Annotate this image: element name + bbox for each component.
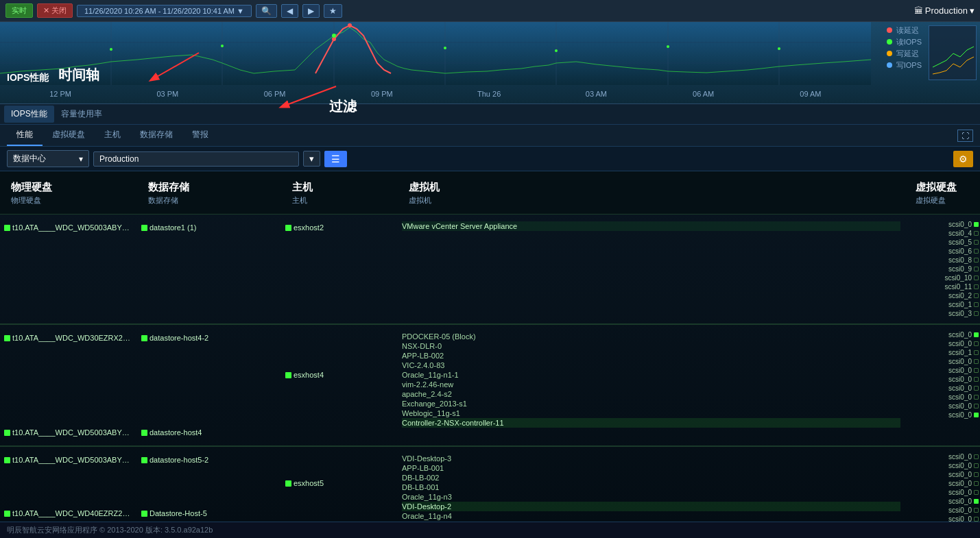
vdisk-subheader: 虚拟硬盘 [910, 195, 975, 208]
search-button[interactable]: 🔍 [256, 4, 277, 18]
legend-write-latency[interactable]: 写延迟 [887, 49, 922, 59]
time-range-button[interactable]: 11/26/2020 10:26 AM - 11/26/2020 10:41 A… [77, 5, 252, 17]
vdisk-scsi0-4[interactable]: scsi0_4 [906, 229, 979, 238]
svg-point-15 [332, 34, 336, 38]
section1-ds-0[interactable]: datastore-host4-2 [141, 332, 277, 344]
search-icon: 🔍 [261, 6, 272, 16]
s2-vdisk-0[interactable]: scsi0_0 [906, 452, 979, 461]
s1-vdisk-1[interactable]: scsi0_0 [906, 339, 979, 348]
section2-ds-1[interactable]: Datastore-Host-5 [141, 507, 277, 519]
sub-tab-capacity[interactable]: 容量使用率 [54, 106, 109, 123]
vdisk-scsi0-3[interactable]: scsi0_3 [906, 309, 979, 318]
section2-vm-1[interactable]: APP-LB-001 [402, 463, 900, 473]
timeline-chart[interactable] [0, 22, 871, 85]
s1-vdisk-4[interactable]: scsi0_0 [906, 366, 979, 375]
tab-alerts[interactable]: 警报 [182, 125, 218, 146]
vdisk-scsi0-0[interactable]: scsi0_0 [906, 220, 979, 229]
time-label-1: 03 PM [114, 90, 221, 98]
section1-vm-4[interactable]: Oracle_11g-n1-1 [402, 370, 900, 380]
close-button[interactable]: ✕ 关闭 [37, 3, 73, 18]
filter-dropdown-button[interactable]: ▾ [303, 151, 320, 167]
section1-vm-2[interactable]: APP-LB-002 [402, 351, 900, 360]
vdisk-scsi0-9[interactable]: scsi0_9 [906, 265, 979, 273]
section1-vdisks: scsi0_0 scsi0_0 scsi0_1 scsi0_0 scsi0_0 … [905, 328, 980, 422]
next-button[interactable]: ▶ [302, 4, 320, 18]
s2-vdisk-6[interactable]: scsi0_0 [906, 506, 979, 515]
section0-vdisks: scsi0_0 scsi0_4 scsi0_5 scsi0_6 scsi0_8 … [905, 217, 980, 321]
building-icon: 🏛 [914, 5, 923, 16]
green-dot [285, 225, 291, 231]
s2-vdisk-5[interactable]: scsi0_0 [906, 497, 979, 506]
section1-vm-5[interactable]: vim-2.2.46-new [402, 380, 900, 389]
tab-datastore[interactable]: 数据存储 [130, 125, 182, 146]
vdisk-scsi0-2[interactable]: scsi0_2 [906, 291, 979, 300]
filter-list-button[interactable]: ☰ [324, 151, 347, 167]
phys-disk-header-cell: 物理硬盘 物理硬盘 [0, 174, 137, 211]
time-label-7: 09 AM [757, 90, 864, 98]
s2-vdisk-7[interactable]: scsi0_0 [906, 515, 979, 522]
section1-vm-3[interactable]: VIC-2.4.0-83 [402, 360, 900, 370]
section2-vm-6[interactable]: Oracle_11g-n4 [402, 511, 900, 521]
section2-host-0[interactable]: esxhost5 [285, 477, 394, 489]
section1-vm-8[interactable]: Weblogic_11g-s1 [402, 408, 900, 418]
s1-vdisk-3[interactable]: scsi0_0 [906, 357, 979, 366]
s1-vdisk-6[interactable]: scsi0_0 [906, 384, 979, 393]
section0-vm-0[interactable]: VMware vCenter Server Appliance [402, 221, 900, 231]
section1-host-0[interactable]: esxhost4 [285, 369, 394, 381]
section2-vm-4[interactable]: Oracle_11g-n3 [402, 492, 900, 502]
section0-ds-0[interactable]: datastore1 (1) [141, 221, 277, 234]
prev-button[interactable]: ◀ [281, 4, 298, 18]
vdisk-scsi0-1[interactable]: scsi0_1 [906, 300, 979, 309]
s2-vdisk-3[interactable]: scsi0_0 [906, 479, 979, 488]
s1-vdisk-8[interactable]: scsi0_0 [906, 402, 979, 411]
s2-vdisk-4[interactable]: scsi0_0 [906, 488, 979, 497]
section2-vm-2[interactable]: DB-LB-002 [402, 473, 900, 482]
legend-write-iops[interactable]: 写IOPS [887, 60, 922, 71]
section1-ds-1[interactable]: datastore-host4 [141, 426, 277, 439]
section1-phys-disk-0[interactable]: t10.ATA____WDC_WD30EZRX2D00D8PB0____... [4, 332, 133, 344]
settings-button[interactable]: ⚙ [953, 151, 973, 167]
section0-phys-disk-0[interactable]: t10.ATA____WDC_WD5003ABYX2D18WERA0____..… [4, 221, 133, 234]
s1-vdisk-9[interactable]: scsi0_0 [906, 411, 979, 419]
s1-vdisk-7[interactable]: scsi0_0 [906, 393, 979, 402]
vdisk-scsi0-5[interactable]: scsi0_5 [906, 238, 979, 247]
vdisk-scsi0-10[interactable]: scsi0_10 [906, 273, 979, 282]
section1-vm-6[interactable]: apache_2.4-s2 [402, 389, 900, 399]
s1-vdisk-5[interactable]: scsi0_0 [906, 375, 979, 384]
section1-vm-7[interactable]: Exchange_2013-s1 [402, 399, 900, 408]
section1-vm-1[interactable]: NSX-DLR-0 [402, 341, 900, 351]
tab-performance[interactable]: 性能 [7, 125, 43, 146]
legend-read-latency[interactable]: 读延迟 [887, 25, 922, 36]
production-input[interactable] [93, 151, 299, 167]
legend-read-iops[interactable]: 读IOPS [887, 37, 922, 47]
vdisk-scsi0-11[interactable]: scsi0_11 [906, 282, 979, 291]
production-button[interactable]: 🏛 Production ▾ [914, 5, 975, 16]
section2-vm-0[interactable]: VDI-Desktop-3 [402, 454, 900, 463]
vdisk-scsi0-8[interactable]: scsi0_8 [906, 256, 979, 265]
realtime-button[interactable]: 实时 [5, 3, 33, 18]
sub-tabs-row: IOPS性能 容量使用率 [0, 104, 980, 125]
s1-vdisk-0[interactable]: scsi0_0 [906, 330, 979, 339]
section2-vm-5[interactable]: VDI-Desktop-2 [402, 502, 900, 511]
section1-vm-9[interactable]: Controller-2-NSX-controller-11 [402, 418, 900, 428]
star-button[interactable]: ★ [324, 4, 342, 18]
s1-vdisk-2[interactable]: scsi0_1 [906, 348, 979, 357]
section0-host-0[interactable]: esxhost2 [285, 221, 394, 234]
section1-vm-0[interactable]: PDOCKER-05 (Block) [402, 332, 900, 341]
section2-phys-disk-1[interactable]: t10.ATA____WDC_WD40EZRZ2D00GXCB0____... [4, 507, 133, 519]
datacenter-filter[interactable]: 数据中心 ▾ [7, 150, 89, 167]
s2-vdisk-2[interactable]: scsi0_0 [906, 470, 979, 479]
time-label-4: Thu 26 [435, 90, 542, 98]
section2-phys-disk-0[interactable]: t10.ATA____WDC_WD5003ABYX2D18WERA0____..… [4, 454, 133, 466]
expand-button[interactable]: ⛶ [957, 130, 973, 142]
green-dot [4, 335, 10, 341]
vdisk-scsi0-6[interactable]: scsi0_6 [906, 247, 979, 256]
sub-tab-iops[interactable]: IOPS性能 [4, 106, 54, 123]
section2-ds-0[interactable]: datastore-host5-2 [141, 454, 277, 466]
section1-phys-disk-1[interactable]: t10.ATA____WDC_WD5003ABYX2D18WERA0____..… [4, 426, 133, 439]
section2-vm-3[interactable]: DB-LB-001 [402, 482, 900, 492]
tab-host[interactable]: 主机 [95, 125, 130, 146]
tab-vdisk[interactable]: 虚拟硬盘 [43, 125, 95, 146]
s2-vdisk-1[interactable]: scsi0_0 [906, 461, 979, 470]
topology-wrapper[interactable]: 物理硬盘 物理硬盘 数据存储 数据存储 主机 主机 虚拟机 虚拟机 虚拟硬盘 虚… [0, 171, 980, 522]
